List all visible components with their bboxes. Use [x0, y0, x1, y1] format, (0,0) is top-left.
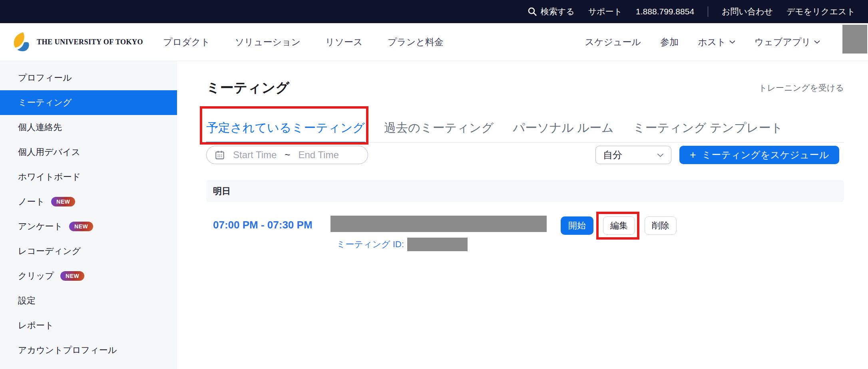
sidebar-item-clips[interactable]: クリップ NEW	[0, 264, 177, 288]
nav-item-join[interactable]: 参加	[660, 36, 679, 48]
zoom-web-portal: 検索する サポート 1.888.799.8854 お問い合わせ デモをリクエスト…	[0, 0, 868, 369]
main-content: ミーティング トレーニングを受ける 予定されているミーティング 過去のミーティン…	[177, 61, 868, 369]
topbar-divider	[708, 6, 708, 17]
redacted-user-avatar[interactable]	[842, 25, 867, 54]
meetings-tabs: 予定されているミーティング 過去のミーティング パーソナル ルーム ミーティング…	[206, 120, 844, 143]
sidebar-item-whiteboard[interactable]: ホワイトボード	[0, 165, 177, 189]
sidebar-item-profile[interactable]: プロフィール	[0, 65, 177, 90]
sidebar-item-notes[interactable]: ノート NEW	[0, 189, 177, 214]
tab-personal-room[interactable]: パーソナル ルーム	[513, 120, 614, 143]
main-navbar: THE UNIVERSITY OF TOKYO プロダクト ソリューション リソ…	[0, 23, 868, 61]
edit-meeting-button[interactable]: 編集	[603, 216, 635, 235]
sidebar-item-reports[interactable]: レポート	[0, 313, 177, 338]
meeting-time-link[interactable]: 07:00 PM - 07:30 PM	[213, 219, 313, 231]
sidebar-item-surveys[interactable]: アンケート NEW	[0, 214, 177, 239]
new-badge: NEW	[51, 197, 75, 206]
nav-item-products[interactable]: プロダクト	[163, 36, 210, 48]
new-badge: NEW	[60, 271, 84, 281]
university-of-tokyo-logo[interactable]: THE UNIVERSITY OF TOKYO	[12, 31, 143, 53]
nav-actions: スケジュール 参加 ホスト ウェブアプリ	[585, 36, 820, 48]
meeting-list-item: 07:00 PM - 07:30 PM ミーティング ID: 開始 編集 削除	[177, 216, 868, 256]
tab-meeting-templates[interactable]: ミーティング テンプレート	[633, 120, 783, 143]
sidebar-item-personal-contacts[interactable]: 個人連絡先	[0, 115, 177, 140]
page-head: ミーティング トレーニングを受ける	[206, 79, 844, 97]
nav-item-web-app[interactable]: ウェブアプリ	[755, 36, 820, 48]
chevron-down-icon	[729, 40, 735, 44]
nav-item-host[interactable]: ホスト	[698, 36, 735, 48]
chevron-down-icon	[814, 40, 820, 44]
sidebar-item-settings[interactable]: 設定	[0, 288, 177, 313]
nav-item-solutions[interactable]: ソリューション	[235, 36, 301, 48]
tab-upcoming-meetings[interactable]: 予定されているミーティング	[206, 120, 365, 143]
start-time-placeholder: Start Time	[233, 149, 277, 161]
meeting-id-label: ミーティング ID:	[336, 238, 404, 250]
tab-previous-meetings[interactable]: 過去のミーティング	[384, 120, 494, 143]
top-utility-bar: 検索する サポート 1.888.799.8854 お問い合わせ デモをリクエスト	[0, 0, 868, 23]
support-link[interactable]: サポート	[588, 6, 622, 17]
search-link[interactable]: 検索する	[528, 6, 575, 17]
filter-row: Start Time ~ End Time 自分 + ミーティングをスケジュール	[206, 146, 839, 164]
date-range-input[interactable]: Start Time ~ End Time	[206, 146, 368, 164]
range-separator: ~	[285, 149, 290, 161]
nav-item-plans-pricing[interactable]: プランと料金	[388, 36, 444, 48]
meeting-actions: 開始 編集 削除	[561, 216, 677, 235]
contact-link[interactable]: お問い合わせ	[722, 6, 773, 17]
host-filter-value: 自分	[603, 149, 622, 161]
nav-menu: プロダクト ソリューション リソース プランと料金	[163, 36, 444, 48]
date-section-header: 明日	[206, 180, 844, 202]
nav-item-resources[interactable]: リソース	[325, 36, 363, 48]
schedule-meeting-button[interactable]: + ミーティングをスケジュール	[679, 146, 839, 164]
end-time-placeholder: End Time	[298, 149, 338, 161]
search-label: 検索する	[541, 6, 575, 17]
page-title: ミーティング	[206, 79, 289, 97]
sidebar: プロフィール ミーティング 個人連絡先 個人用デバイス ホワイトボード ノート …	[0, 61, 177, 369]
request-demo-link[interactable]: デモをリクエスト	[786, 6, 855, 17]
host-filter-select[interactable]: 自分	[595, 146, 671, 164]
redacted-meeting-id	[407, 238, 468, 251]
get-training-link[interactable]: トレーニングを受ける	[759, 82, 844, 93]
plus-icon: +	[690, 150, 696, 161]
sidebar-item-account-profile[interactable]: アカウントプロフィール	[0, 338, 177, 363]
sidebar-item-recordings[interactable]: レコーディング	[0, 239, 177, 264]
delete-meeting-button[interactable]: 削除	[645, 216, 677, 235]
calendar-icon	[215, 150, 225, 160]
meeting-id-row: ミーティング ID:	[336, 238, 468, 251]
search-icon	[528, 7, 537, 16]
section-label: 明日	[213, 185, 231, 197]
start-meeting-button[interactable]: 開始	[561, 216, 593, 235]
sidebar-item-meetings[interactable]: ミーティング	[0, 90, 177, 115]
chevron-down-icon	[657, 153, 664, 157]
redacted-meeting-topic	[330, 216, 547, 232]
nav-item-schedule[interactable]: スケジュール	[585, 36, 641, 48]
new-badge: NEW	[69, 222, 93, 231]
sidebar-item-personal-devices[interactable]: 個人用デバイス	[0, 140, 177, 165]
phone-number[interactable]: 1.888.799.8854	[636, 7, 694, 16]
logo-text: THE UNIVERSITY OF TOKYO	[37, 38, 143, 46]
ginkgo-leaf-logo-icon	[12, 31, 32, 53]
